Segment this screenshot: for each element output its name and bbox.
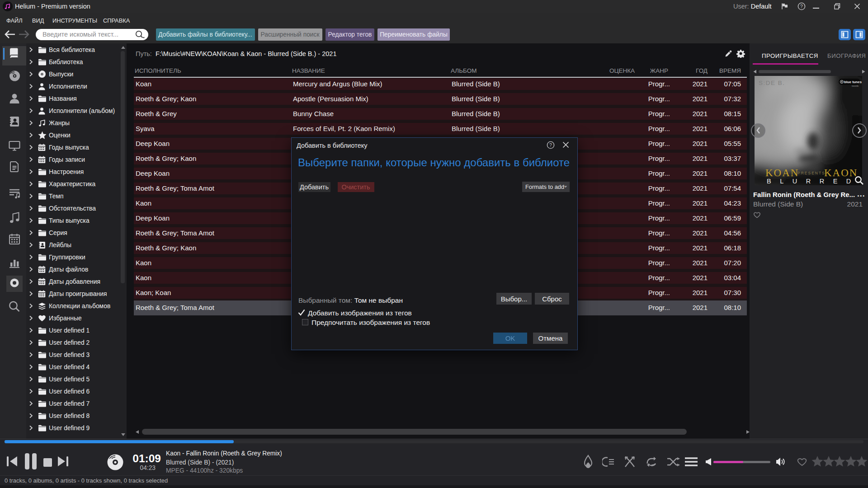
- svg-text:records: records: [852, 85, 859, 87]
- svg-text:blue tunes: blue tunes: [844, 80, 862, 84]
- svg-text:KAON: KAON: [824, 167, 858, 178]
- svg-text:?: ?: [549, 142, 552, 148]
- svg-text:KOAN: KOAN: [765, 167, 799, 178]
- svg-text:?: ?: [800, 4, 803, 9]
- svg-text:PRESENTS: PRESENTS: [797, 171, 826, 175]
- svg-text:BLURRED: BLURRED: [767, 178, 860, 185]
- svg-text:S:DE B.: S:DE B.: [759, 80, 785, 86]
